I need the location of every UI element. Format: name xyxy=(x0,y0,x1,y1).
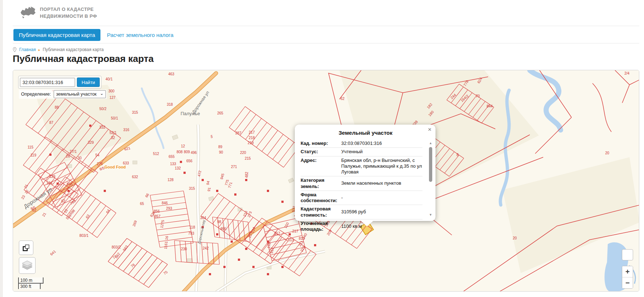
popup-row-label: Категория земель: xyxy=(301,177,341,189)
popup-row-label: Форма собственности: xyxy=(301,192,341,204)
parcel-number: 655 xyxy=(169,155,175,159)
site-title-line2: НЕДВИЖИМОСТИ В РФ xyxy=(40,13,97,20)
parcel-number: 65 xyxy=(140,202,144,206)
parcel-number: 27/1 xyxy=(70,150,77,154)
parcel-number: 217 xyxy=(292,229,298,233)
parcel-number: 115 xyxy=(28,145,33,149)
parcel-number: 1161 xyxy=(164,241,168,249)
parcel-number: 856 xyxy=(154,209,160,213)
popup-row-value: Брянская обл, р-н Выгоничский, с Палужье… xyxy=(341,158,422,175)
parcel-number: 287 xyxy=(235,131,242,135)
tab-public-cadastral-map[interactable]: Публичная кадастровая карта xyxy=(13,29,100,41)
parcel-number: 20 xyxy=(513,236,517,240)
parcel-number: 857 xyxy=(154,214,161,218)
location-pin-icon xyxy=(13,47,17,52)
parcel-number: 119 xyxy=(30,153,36,157)
parcel-number: 230 xyxy=(181,247,187,251)
parcel-number: 463 xyxy=(168,72,174,76)
map-filter-control: Определение: земельный участок ⌄ xyxy=(19,89,107,99)
parcel-number: 54 xyxy=(95,153,100,157)
search-input[interactable] xyxy=(20,78,75,87)
layers-button[interactable] xyxy=(19,257,36,274)
parcel-number: 482 xyxy=(245,172,249,178)
popup-row-value: Учтенный xyxy=(341,149,422,155)
parcel-number: 132 xyxy=(175,166,181,170)
cadastral-map[interactable]: 46340/1301300127888731531826550/250/1332… xyxy=(13,70,639,292)
nav-tabs: Публичная кадастровая карта Расчет земел… xyxy=(13,26,639,43)
parcel-number: 844 xyxy=(487,104,493,108)
scroll-down-icon[interactable]: ▼ xyxy=(429,213,432,217)
popup-row-label: Кадастровая стоимость: xyxy=(301,206,341,218)
popup-title: Земельный участок xyxy=(301,130,430,136)
parcel-number: 316 xyxy=(123,128,129,132)
parcel-number: 803/2 xyxy=(112,245,121,249)
parcel-number: 98 xyxy=(217,220,222,224)
parcel-number: 89 xyxy=(218,145,223,149)
site-title-line1: ПОРТАЛ О КАДАСТРЕ xyxy=(40,6,97,13)
parcel-number: 52/1 xyxy=(110,131,117,135)
popup-row-value: Земли населенных пунктов xyxy=(341,177,422,189)
parcel-number: 50/2 xyxy=(99,107,107,111)
map-extra-button[interactable] xyxy=(622,249,633,260)
parcel-number: 242 xyxy=(203,246,209,250)
parcel-number: 118 xyxy=(189,225,195,229)
parcel-number: 12 xyxy=(181,144,185,148)
parcel-number: 88 xyxy=(55,105,59,109)
parcel-number: 632 xyxy=(132,175,138,179)
zoom-out-button[interactable]: − xyxy=(622,277,633,288)
search-button[interactable]: Найти xyxy=(77,78,100,87)
window-edge xyxy=(0,0,3,297)
popup-row-label: Кад. номер: xyxy=(301,141,341,146)
parcel-number: 803/1 xyxy=(79,234,88,238)
breadcrumb: Главная ▸ Публичная кадастровая карта xyxy=(13,46,104,53)
popup-row-label: Адрес: xyxy=(301,158,341,175)
parcel-number: 332 xyxy=(99,125,106,129)
popup-row: Адрес:Брянская обл, р-н Выгоничский, с П… xyxy=(301,156,422,177)
parcel-number: 656 xyxy=(186,159,193,163)
parcel-number: 70 xyxy=(476,94,480,98)
map-search-control: Найти xyxy=(18,76,102,89)
parcel-number: 127 xyxy=(110,96,116,100)
parcel-number: 90 xyxy=(219,150,223,154)
popup-row: Форма собственности:- xyxy=(301,191,422,205)
logo-russia-map-icon xyxy=(20,4,36,21)
parcel-number: 793 xyxy=(188,231,194,235)
parcel-number: 62 xyxy=(32,208,37,212)
parcel-number: 128 xyxy=(168,178,174,182)
page-title: Публичная кадастровая карта xyxy=(13,53,154,64)
popup-row-label: Уточненная площадь: xyxy=(301,221,341,233)
scale-control: 100 m 300 ft xyxy=(18,277,44,289)
parcel-number: 217 xyxy=(249,130,255,134)
parcel-number: 318 xyxy=(167,103,173,106)
parcel-number: 496 xyxy=(191,151,197,155)
parcel-number: 8 xyxy=(457,153,459,157)
measure-area-button[interactable] xyxy=(19,240,33,255)
popup-row: Кад. номер:32:03:0870301:316 xyxy=(301,139,422,148)
scale-imperial: 300 ft xyxy=(18,283,41,289)
popup-callout-arrow xyxy=(361,221,373,226)
popup-row-label: Статус: xyxy=(301,149,341,155)
popup-scrollbar[interactable] xyxy=(429,147,432,182)
parcel-number: 50/1 xyxy=(111,116,118,120)
close-icon[interactable]: × xyxy=(428,126,432,133)
parcel-number: 315 xyxy=(189,187,195,191)
zoom-control: + − xyxy=(622,266,633,289)
popup-row: Категория земель:Земли населенных пункто… xyxy=(301,176,422,191)
parcel-info-popup: × Земельный участок Кад. номер:32:03:087… xyxy=(295,125,435,221)
breadcrumb-home-link[interactable]: Главная xyxy=(19,47,36,52)
zoom-in-button[interactable]: + xyxy=(622,266,633,277)
breadcrumb-separator-icon: ▸ xyxy=(38,48,40,52)
site-title: ПОРТАЛ О КАДАСТРЕ НЕДВИЖИМОСТИ В РФ xyxy=(40,6,97,20)
parcel-number: 813 xyxy=(288,238,294,242)
parcel-number: 218 xyxy=(249,136,255,140)
poi-label: Good Food xyxy=(104,165,126,169)
object-type-select[interactable]: земельный участок xyxy=(54,90,106,98)
parcel-number: 217 xyxy=(274,231,280,235)
parcel-number: 293 xyxy=(166,206,172,210)
scroll-up-icon[interactable]: ▲ xyxy=(429,141,432,145)
parcel-number: 300 xyxy=(108,89,115,93)
parcel-number: 271 xyxy=(231,165,237,169)
tab-land-tax-calc[interactable]: Расчет земельного налога xyxy=(107,32,173,38)
parcel-number: 129 xyxy=(49,175,55,179)
popup-row-value: - xyxy=(341,192,422,204)
